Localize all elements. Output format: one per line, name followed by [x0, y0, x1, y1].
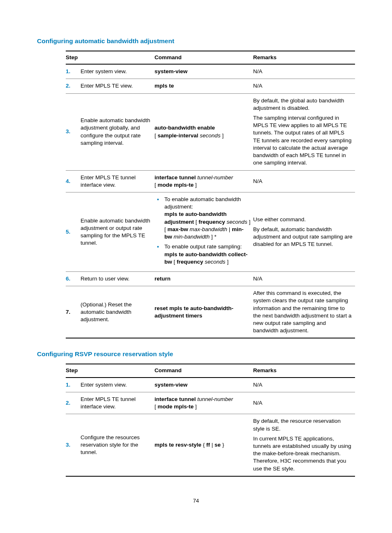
- step-description: Enter MPLS TE tunnel interface view.: [81, 392, 154, 414]
- command-cell: interface tunnel tunnel-number[ mode mpl…: [154, 392, 253, 414]
- table-row: 3.Configure the resources reservation st…: [66, 414, 355, 476]
- col-header-remarks: Remarks: [253, 51, 355, 64]
- step-number[interactable]: 1.: [66, 378, 81, 392]
- table-auto-bandwidth: Step Command Remarks 1.Enter system view…: [66, 51, 355, 339]
- step-number: 7.: [66, 286, 81, 338]
- step-description: Enter MPLS TE view.: [81, 79, 154, 93]
- remarks-cell: N/A: [253, 170, 355, 192]
- table-row: 1.Enter system view.system-viewN/A: [66, 64, 355, 79]
- command-cell: mpls te resv-style { ff | se }: [154, 414, 253, 476]
- table-header-row: Step Command Remarks: [66, 364, 355, 377]
- col-header-remarks: Remarks: [253, 364, 355, 377]
- table-header-row: Step Command Remarks: [66, 51, 355, 64]
- table-row: 2.Enter MPLS TE tunnel interface view.in…: [66, 392, 355, 414]
- col-header-command: Command: [154, 51, 253, 64]
- command-cell: auto-bandwidth enable[ sample-interval s…: [154, 93, 253, 170]
- command-cell: reset mpls te auto-bandwidth-adjustment …: [154, 286, 253, 338]
- step-description: (Optional.) Reset the automatic bandwidt…: [81, 286, 154, 338]
- step-description: Enter system view.: [81, 378, 154, 392]
- step-number[interactable]: 3.: [66, 414, 81, 476]
- table-rsvp: Step Command Remarks 1.Enter system view…: [66, 364, 355, 476]
- command-cell: interface tunnel tunnel-number[ mode mpl…: [154, 170, 253, 192]
- table-row: 4.Enter MPLS TE tunnel interface view.in…: [66, 170, 355, 192]
- command-cell: To enable automatic bandwidth adjustment…: [154, 192, 253, 271]
- col-header-command: Command: [154, 364, 253, 377]
- step-number[interactable]: 2.: [66, 79, 81, 93]
- page-number: 74: [37, 497, 355, 505]
- step-number[interactable]: 1.: [66, 64, 81, 79]
- remarks-cell: N/A: [253, 79, 355, 93]
- command-cell: mpls te: [154, 79, 253, 93]
- command-cell: return: [154, 271, 253, 286]
- table-row: 7.(Optional.) Reset the automatic bandwi…: [66, 286, 355, 338]
- col-header-step: Step: [66, 51, 154, 64]
- table-row: 6.Return to user view.returnN/A: [66, 271, 355, 286]
- table-auto-bandwidth-wrap: Step Command Remarks 1.Enter system view…: [66, 51, 355, 339]
- section-heading-auto-bandwidth: Configuring automatic bandwidth adjustme…: [37, 37, 355, 46]
- step-number[interactable]: 2.: [66, 392, 81, 414]
- col-header-step: Step: [66, 364, 154, 377]
- table-row: 2.Enter MPLS TE view.mpls teN/A: [66, 79, 355, 93]
- table-row: 1.Enter system view.system-viewN/A: [66, 378, 355, 392]
- table-row: 5.Enable automatic bandwidth adjustment …: [66, 192, 355, 271]
- step-number[interactable]: 4.: [66, 170, 81, 192]
- step-description: Enable automatic bandwidth adjustment gl…: [81, 93, 154, 170]
- table-row: 3.Enable automatic bandwidth adjustment …: [66, 93, 355, 170]
- remarks-cell: Use either command.By default, automatic…: [253, 192, 355, 271]
- step-description: Return to user view.: [81, 271, 154, 286]
- step-description: Enter system view.: [81, 64, 154, 79]
- remarks-cell: By default, the global auto bandwidth ad…: [253, 93, 355, 170]
- remarks-cell: After this command is executed, the syst…: [253, 286, 355, 338]
- step-number[interactable]: 3.: [66, 93, 81, 170]
- step-description: Enter MPLS TE tunnel interface view.: [81, 170, 154, 192]
- table-rsvp-wrap: Step Command Remarks 1.Enter system view…: [66, 364, 355, 476]
- step-number[interactable]: 5.: [66, 192, 81, 271]
- command-list-item: To enable automatic bandwidth adjustment…: [154, 196, 251, 241]
- command-cell: system-view: [154, 378, 253, 392]
- step-description: Enable automatic bandwidth adjustment or…: [81, 192, 154, 271]
- remarks-cell: By default, the resource reservation sty…: [253, 414, 355, 476]
- command-cell: system-view: [154, 64, 253, 79]
- remarks-cell: N/A: [253, 378, 355, 392]
- remarks-cell: N/A: [253, 271, 355, 286]
- step-number[interactable]: 6.: [66, 271, 81, 286]
- remarks-cell: N/A: [253, 64, 355, 79]
- step-description: Configure the resources reservation styl…: [81, 414, 154, 476]
- section-heading-rsvp-style: Configuring RSVP resource reservation st…: [37, 350, 355, 359]
- remarks-cell: N/A: [253, 392, 355, 414]
- command-list-item: To enable output rate sampling:mpls te a…: [154, 243, 251, 266]
